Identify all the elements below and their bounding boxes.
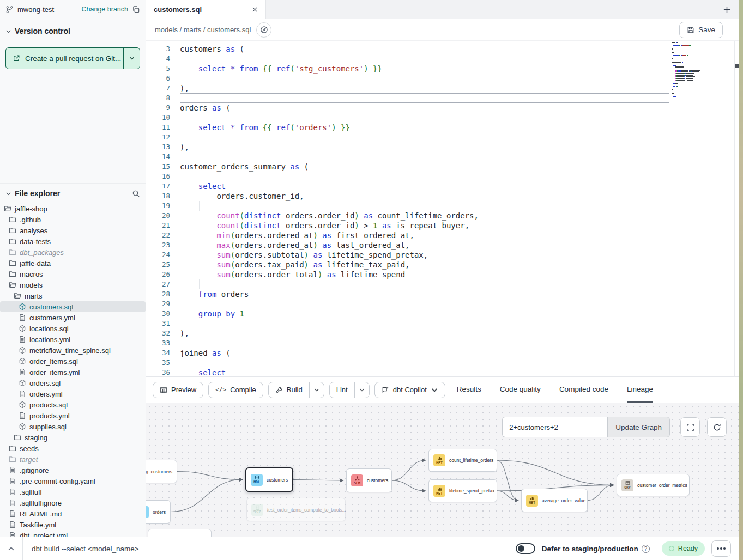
command-input[interactable]: dbt build --select <model_name> — [32, 545, 516, 553]
lineage-node-test_node[interactable]: TSTtest_order_items_compute_to_bools... — [246, 498, 346, 521]
tree-item-locations-sql[interactable]: locations.sql — [0, 323, 146, 334]
code-line-5[interactable]: 5 select * from {{ ref('stg_customers') … — [146, 64, 743, 74]
tree-item-jaffle-data[interactable]: jaffle-data — [0, 258, 146, 269]
tree-item--github[interactable]: .github — [0, 214, 146, 225]
build-caret[interactable] — [309, 382, 324, 398]
code-line-8[interactable]: 8 — [146, 93, 743, 103]
create-pr-caret[interactable] — [123, 48, 140, 69]
lineage-node-lifetime_spend_pretax[interactable]: METlifetime_spend_pretax — [428, 479, 497, 502]
fullscreen-button[interactable] — [680, 417, 700, 437]
tree-item-supplies-sql[interactable]: supplies.sql — [0, 421, 146, 432]
code-line-16[interactable]: 16 — [146, 172, 743, 181]
build-button[interactable]: Build — [268, 382, 324, 398]
compile-button[interactable]: </> Compile — [208, 382, 263, 398]
code-editor[interactable]: 3customers as (45 select * from {{ ref('… — [146, 41, 743, 376]
code-line-17[interactable]: 17 select — [146, 181, 743, 191]
help-icon[interactable]: ? — [642, 545, 650, 553]
tree-item--gitignore[interactable]: .gitignore — [0, 465, 146, 476]
create-pr-button[interactable]: Create a pull request on Git... — [5, 47, 140, 69]
code-line-15[interactable]: 15customer_orders_summary as ( — [146, 162, 743, 172]
tab-lineage[interactable]: Lineage — [627, 377, 653, 403]
code-line-34[interactable]: 34joined as ( — [146, 348, 743, 358]
change-branch-link[interactable]: Change branch — [82, 5, 128, 13]
lineage-panel[interactable]: Update Graph MDLstg_customersMDLordersMD… — [146, 403, 743, 537]
tree-item-readme-md[interactable]: README.md — [0, 508, 146, 519]
code-line-24[interactable]: 24 sum(orders.subtotal) as lifetime_spen… — [146, 250, 743, 260]
lineage-node-count_lifetime_orders[interactable]: METcount_lifetime_orders — [428, 449, 497, 472]
overflow-menu-button[interactable] — [711, 540, 731, 557]
tree-item-products-sql[interactable]: products.sql — [0, 399, 146, 410]
code-line-33[interactable]: 33 — [146, 338, 743, 348]
chevron-up-icon[interactable] — [8, 545, 15, 552]
code-line-21[interactable]: 21 count(distinct orders.order_id) > 1 a… — [146, 221, 743, 230]
code-line-11[interactable]: 11 select * from {{ ref('orders') }} — [146, 123, 743, 132]
code-line-36[interactable]: 36 select — [146, 368, 743, 376]
tree-item-analyses[interactable]: analyses — [0, 225, 146, 236]
lineage-node-customers_mdl[interactable]: MDLcustomers — [245, 467, 293, 492]
code-line-18[interactable]: 18 orders.customer_id, — [146, 191, 743, 201]
version-control-header[interactable]: Version control — [5, 27, 140, 35]
tree-item-macros[interactable]: macros — [0, 269, 146, 279]
tree-item-dbt-project-yml[interactable]: dbt_project.yml — [0, 530, 146, 537]
refresh-button[interactable] — [707, 417, 727, 437]
tree-item-seeds[interactable]: seeds — [0, 443, 146, 454]
code-line-20[interactable]: 20 count(distinct orders.order_id) as co… — [146, 211, 743, 221]
tree-item-jaffle-shop[interactable]: jaffle-shop — [0, 203, 146, 214]
search-icon[interactable] — [132, 190, 140, 198]
lineage-node-stg_customers[interactable]: MDLstg_customers — [146, 460, 177, 483]
code-line-29[interactable]: 29 — [146, 299, 743, 309]
code-line-22[interactable]: 22 min(orders.ordered_at) as first_order… — [146, 230, 743, 240]
tree-item-target[interactable]: target — [0, 454, 146, 465]
tree-item-models[interactable]: models — [0, 279, 146, 290]
tree-item-marts[interactable]: marts — [0, 290, 146, 301]
code-line-13[interactable]: 13), — [146, 142, 743, 152]
code-line-31[interactable]: 31 — [146, 319, 743, 328]
tree-item-data-tests[interactable]: data-tests — [0, 236, 146, 247]
tree-item-taskfile-yml[interactable]: Taskfile.yml — [0, 519, 146, 530]
code-line-19[interactable]: 19 — [146, 201, 743, 211]
update-graph-button[interactable]: Update Graph — [607, 417, 670, 437]
tree-item--sqlfluffignore[interactable]: .sqlfluffignore — [0, 497, 146, 508]
code-line-28[interactable]: 28 from orders — [146, 289, 743, 299]
save-button[interactable]: Save — [679, 22, 723, 38]
tree-item-order-items-sql[interactable]: order_items.sql — [0, 356, 146, 367]
code-line-25[interactable]: 25 sum(orders.tax_paid) as lifetime_tax_… — [146, 260, 743, 270]
lineage-node-cut_node[interactable] — [148, 529, 212, 537]
defer-toggle[interactable] — [516, 543, 535, 554]
code-line-27[interactable]: 27 — [146, 279, 743, 289]
code-line-12[interactable]: 12 — [146, 132, 743, 142]
code-line-6[interactable]: 6 — [146, 74, 743, 83]
code-line-23[interactable]: 23 max(orders.ordered_at) as last_ordere… — [146, 240, 743, 250]
tree-item-customers-sql[interactable]: customers.sql — [0, 301, 146, 312]
new-tab-button[interactable] — [723, 5, 731, 14]
code-line-14[interactable]: 14 — [146, 152, 743, 162]
explore-lineage-button[interactable] — [256, 22, 271, 38]
tree-item-customers-yml[interactable]: customers.yml — [0, 312, 146, 323]
dbt-copilot-button[interactable]: dbt Copilot — [374, 382, 445, 398]
tab-compiled-code[interactable]: Compiled code — [559, 377, 608, 403]
lineage-node-customer_order_metrics[interactable]: QRYcustomer_order_metrics — [617, 474, 690, 496]
code-line-26[interactable]: 26 sum(orders.order_total) as lifetime_s… — [146, 270, 743, 279]
tree-item--pre-commit-config-yaml[interactable]: .pre-commit-config.yaml — [0, 476, 146, 486]
tree-item-orders-sql[interactable]: orders.sql — [0, 378, 146, 388]
code-line-3[interactable]: 3customers as ( — [146, 44, 743, 54]
code-line-4[interactable]: 4 — [146, 54, 743, 64]
lineage-node-orders[interactable]: MDLorders — [146, 500, 171, 524]
tab-customers-sql[interactable]: customers.sql — [146, 0, 266, 19]
lint-caret[interactable] — [354, 382, 369, 398]
code-line-9[interactable]: 9orders as ( — [146, 103, 743, 113]
tree-item-dbt-packages[interactable]: dbt_packages — [0, 247, 146, 258]
tree-item-locations-yml[interactable]: locations.yml — [0, 334, 146, 345]
preview-button[interactable]: Preview — [153, 382, 203, 398]
tree-item-staging[interactable]: staging — [0, 432, 146, 443]
code-line-10[interactable]: 10 — [146, 113, 743, 123]
code-line-32[interactable]: 32), — [146, 328, 743, 338]
lineage-node-customers_sem[interactable]: SEMcustomers — [346, 468, 392, 492]
code-line-7[interactable]: 7), — [146, 83, 743, 93]
tree-item-metricflow-time-spine-sql[interactable]: metricflow_time_spine.sql — [0, 345, 146, 356]
lint-button[interactable]: Lint — [329, 382, 370, 398]
code-line-35[interactable]: 35 — [146, 358, 743, 368]
tree-item--sqlfluff[interactable]: .sqlfluff — [0, 486, 146, 497]
lineage-node-average_order_value[interactable]: METaverage_order_value — [521, 489, 588, 512]
close-icon[interactable] — [252, 7, 258, 13]
